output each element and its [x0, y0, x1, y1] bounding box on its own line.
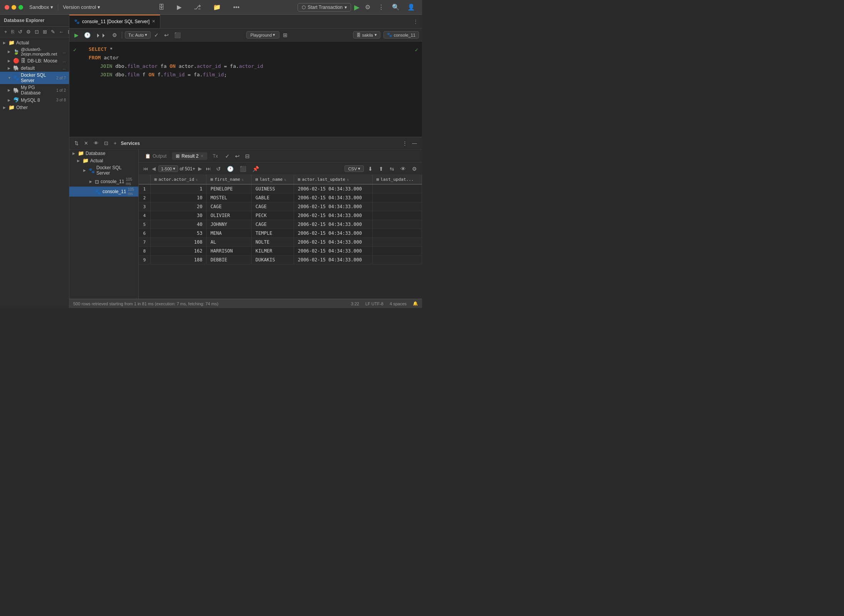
timer-icon[interactable]: 🕐: [225, 165, 235, 173]
run-all-button[interactable]: ⏵⏵: [94, 31, 109, 39]
database-icon[interactable]: 🗄: [156, 3, 167, 12]
app-name-group[interactable]: Sandbox ▾: [29, 4, 53, 10]
sidebar-item-pg-db[interactable]: ▶ 🐘 My PG Database 1 of 2: [0, 84, 69, 96]
sidebar-item-actual[interactable]: ▶ 📁 Actual: [0, 39, 69, 46]
sidebar-item-mysql[interactable]: ▶ 🐬 MySQL 8 3 of 8: [0, 96, 69, 104]
console-icon[interactable]: ⊡: [34, 28, 40, 35]
last-page-button[interactable]: ⏭: [205, 165, 212, 172]
stop-button[interactable]: ⬛: [172, 31, 183, 39]
refresh-results-icon[interactable]: ↺: [214, 165, 223, 173]
add-service-icon[interactable]: +: [113, 140, 118, 147]
services-tree-console11b[interactable]: 🐾 console_11 105 ms: [69, 187, 138, 197]
edit-icon[interactable]: ✎: [50, 28, 56, 35]
results-table-container[interactable]: ⊞ actor.actor_id ⇅ ⊞ first_name: [139, 175, 422, 299]
eye-icon[interactable]: 👁: [92, 140, 100, 147]
tab-console11[interactable]: 🐾 console_11 [Docker SQL Server] ✕: [69, 15, 160, 28]
services-tree-database[interactable]: ▶ 📁 Database: [69, 150, 138, 157]
table-row[interactable]: 2 10 MOSTEL GABLE 2006-02-15 04:34:33.00…: [139, 194, 422, 202]
add-icon[interactable]: +: [3, 28, 8, 35]
table-icon[interactable]: ⊞: [42, 28, 48, 35]
tab-output[interactable]: 📋 Output: [141, 152, 170, 160]
close-button[interactable]: [5, 5, 9, 10]
tab-result2-close[interactable]: ✕: [200, 154, 203, 158]
tx-auto-button[interactable]: Tx: Auto ▾: [125, 31, 151, 39]
minimize-button[interactable]: [12, 5, 16, 10]
layout-icon[interactable]: ⊟: [243, 152, 252, 160]
col-header-firstname[interactable]: ⊞ first_name ⇅: [207, 175, 252, 184]
first-page-button[interactable]: ⏮: [142, 165, 149, 172]
sidebar-item-default[interactable]: ▶ 🐘 default ...: [0, 64, 69, 72]
history-button[interactable]: 🕐: [82, 31, 92, 39]
start-transaction-button[interactable]: ⬡ Start Transaction ▾: [298, 3, 351, 12]
user-settings-icon[interactable]: 👤: [405, 3, 417, 12]
csv-export-button[interactable]: CSV ▾: [345, 165, 364, 172]
next-page-button[interactable]: ▶: [197, 165, 203, 172]
col-header-rownum[interactable]: [139, 175, 150, 184]
settings-icon[interactable]: ⚙: [363, 3, 373, 12]
services-more-icon[interactable]: ⋮: [401, 140, 409, 147]
settings-gear-icon[interactable]: ⚙: [25, 28, 32, 35]
sidebar-item-other[interactable]: ▶ 📁 Other: [0, 104, 69, 111]
tab-more[interactable]: ⋮: [409, 15, 422, 28]
notify-icon[interactable]: 🔔: [413, 301, 418, 306]
settings-results-icon[interactable]: ⚙: [410, 165, 419, 173]
table-row[interactable]: 1 1 PENELOPE GUINESS 2006-02-15 04:34:33…: [139, 184, 422, 194]
back-icon[interactable]: ←: [58, 28, 65, 35]
more-options-icon[interactable]: ⋮: [376, 3, 387, 12]
settings-button[interactable]: ⚙: [110, 31, 119, 39]
maximize-button[interactable]: [18, 5, 23, 10]
playground-button[interactable]: Playground ▾: [246, 31, 280, 39]
sidebar-item-mongodb[interactable]: ▶ 🍃 @cluster0-2ejqn.mongodb.net ...: [0, 46, 69, 57]
table-row[interactable]: 8 162 HARRISON KILMER 2006-02-15 04:34:3…: [139, 247, 422, 256]
prev-page-button[interactable]: ◀: [151, 165, 157, 172]
schema-selector[interactable]: 🗄 sakila ▾: [353, 31, 380, 39]
col-header-last-update[interactable]: ⊞ actor.last_update ⇅: [294, 175, 372, 184]
services-minimize-icon[interactable]: —: [411, 140, 418, 147]
expand-icon[interactable]: ⊡: [103, 140, 109, 147]
table-row[interactable]: 4 30 OLIVIER PECK 2006-02-15 04:34:33.00…: [139, 211, 422, 220]
sidebar-item-docker-sql[interactable]: ▼ 🐾 Docker SQL Server 2 of 7: [0, 72, 69, 84]
console-selector[interactable]: 🐾 console_11: [383, 31, 419, 39]
tab-result2[interactable]: ⊞ Result 2 ✕: [172, 152, 207, 160]
pin-icon[interactable]: 📌: [251, 165, 261, 173]
table-view-button[interactable]: ⊞: [281, 31, 289, 39]
commit-results-icon[interactable]: ✓: [223, 152, 232, 160]
commit-button[interactable]: ✓: [152, 31, 161, 39]
table-row[interactable]: 5 40 JOHNNY CAGE 2006-02-15 04:34:33.000: [139, 220, 422, 229]
services-tree-console11a[interactable]: ▶ ⊡ console_11 105 ms: [69, 177, 138, 187]
version-control-group[interactable]: Version control ▾: [63, 4, 100, 10]
col-header-actor-id[interactable]: ⊞ actor.actor_id ⇅: [150, 175, 207, 184]
tab-close-icon[interactable]: ✕: [152, 19, 155, 24]
col-header-lastname[interactable]: ⊞ last_name ⇅: [252, 175, 294, 184]
download-icon[interactable]: ⬇: [366, 165, 375, 173]
table-row[interactable]: 3 20 CAGE CAGE 2006-02-15 04:34:33.000: [139, 202, 422, 211]
run-icon[interactable]: ▶: [175, 3, 184, 12]
upload-icon[interactable]: ⬆: [377, 165, 385, 173]
services-tree-actual[interactable]: ▶ 📁 Actual: [69, 157, 138, 164]
services-tree-docker[interactable]: ▶ 🐾 Docker SQL Server: [69, 164, 138, 177]
table-row[interactable]: 6 53 MENA TEMPLE 2006-02-15 04:34:33.000: [139, 229, 422, 238]
more-icon[interactable]: •••: [231, 3, 242, 12]
forward-icon[interactable]: ⊡: [67, 28, 69, 35]
compare-icon[interactable]: ⇆: [388, 165, 396, 173]
run-query-button[interactable]: ▶: [72, 31, 81, 39]
run-button[interactable]: ▶: [354, 3, 360, 12]
folder-icon[interactable]: 📁: [211, 3, 223, 12]
stop-results-icon[interactable]: ⬛: [238, 165, 248, 173]
search-icon[interactable]: 🔍: [390, 3, 402, 12]
close-services-icon[interactable]: ✕: [83, 140, 89, 147]
editor-area[interactable]: ✓ ✓ SELECT * FROM actor JOIN dbo.film_ac…: [69, 42, 422, 137]
undo-results-icon[interactable]: ↩: [233, 152, 242, 160]
undo-button[interactable]: ↩: [162, 31, 171, 39]
tab-tx[interactable]: Tx: [209, 152, 222, 160]
table-row[interactable]: 7 108 AL NOLTE 2006-02-15 04:34:33.000: [139, 238, 422, 247]
git-icon[interactable]: ⎇: [192, 3, 203, 12]
refresh-icon[interactable]: ↺: [17, 28, 24, 35]
page-range-selector[interactable]: 1-500 ▾: [158, 165, 178, 172]
col-header-last-update2[interactable]: ⊞ last_updat...: [372, 175, 422, 184]
eye-results-icon[interactable]: 👁: [398, 165, 408, 173]
sidebar-item-dblb[interactable]: ▶ 🔴 🗄 DB-LB: Moose ...: [0, 57, 69, 64]
table-row[interactable]: 9 188 DEBBIE DUKAKIS 2006-02-15 04:34:33…: [139, 256, 422, 264]
nav-prev-icon[interactable]: ⇅: [73, 140, 80, 147]
copy-icon[interactable]: ⎘: [10, 28, 15, 35]
